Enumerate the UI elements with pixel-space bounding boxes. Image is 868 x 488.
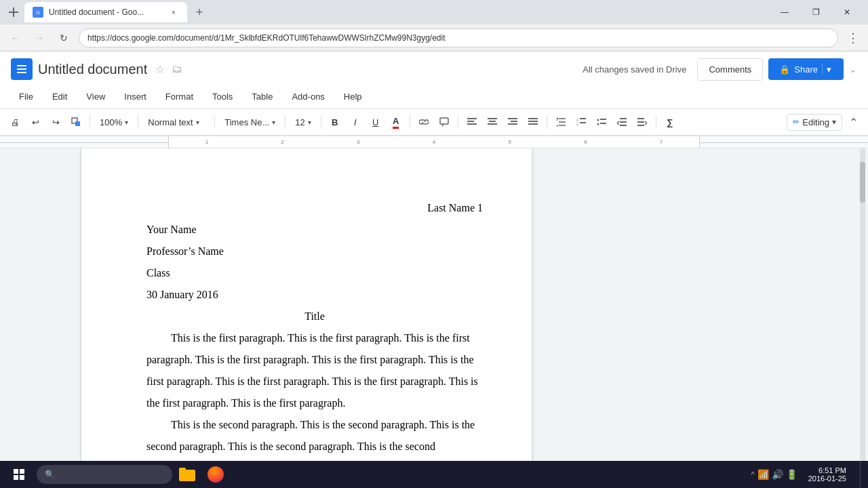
align-left-btn[interactable] xyxy=(462,113,481,131)
mla-date[interactable]: 30 January 2016 xyxy=(146,284,483,306)
comments-btn[interactable]: Comments xyxy=(697,58,763,81)
font-dropdown[interactable]: Times Ne... ▾ xyxy=(219,113,281,131)
menu-format[interactable]: Format xyxy=(157,89,201,104)
svg-rect-28 xyxy=(637,118,644,119)
network-icon[interactable]: 📶 xyxy=(757,469,769,480)
paint-format-btn[interactable] xyxy=(66,113,85,131)
svg-rect-20 xyxy=(580,122,586,123)
gdocs-logo[interactable] xyxy=(11,58,33,80)
folder-btn[interactable]: 🗂 xyxy=(172,63,182,75)
firefox-icon xyxy=(208,466,224,483)
share-lock-icon: 🔒 xyxy=(779,64,790,75)
browser-menu-btn[interactable]: ⋮ xyxy=(844,28,863,47)
taskbar: 🔍 ^ 📶 🔊 🔋 6:51 PM 2016-01-25 xyxy=(0,461,868,488)
print-btn[interactable]: 🖨 xyxy=(5,113,24,131)
text-color-btn[interactable]: A xyxy=(387,113,406,131)
svg-rect-9 xyxy=(489,121,496,122)
comment-btn[interactable] xyxy=(435,113,454,131)
editing-status-dropdown[interactable]: ✏ Editing ▾ xyxy=(787,114,842,131)
zoom-dropdown[interactable]: 100% ▾ xyxy=(94,113,134,131)
numbered-list-btn[interactable]: 1.2. xyxy=(572,113,591,131)
collapse-toolbar-btn[interactable]: ⌃ xyxy=(844,113,863,131)
address-bar[interactable]: https://docs.google.com/document/d/1Mr_S… xyxy=(79,28,838,47)
new-tab-btn[interactable]: + xyxy=(190,3,209,22)
menu-bar: File Edit View Insert Format Tools Table… xyxy=(0,84,868,108)
clock-area[interactable]: 6:51 PM 2016-01-25 xyxy=(808,466,854,483)
expand-icon[interactable]: ⌄ xyxy=(849,64,857,75)
menu-insert[interactable]: Insert xyxy=(116,89,155,104)
menu-table[interactable]: Table xyxy=(243,89,281,104)
menu-view[interactable]: View xyxy=(78,89,113,104)
svg-rect-27 xyxy=(620,125,627,126)
separator-3 xyxy=(214,115,215,129)
align-center-btn[interactable] xyxy=(483,113,502,131)
bulleted-list-btn[interactable] xyxy=(592,113,611,131)
star-btn[interactable]: ☆ xyxy=(155,63,165,76)
sound-icon[interactable]: 🔊 xyxy=(772,469,783,480)
new-tab-area xyxy=(5,4,22,20)
menu-addons[interactable]: Add-ons xyxy=(283,89,332,104)
search-bar[interactable]: 🔍 xyxy=(37,465,172,484)
share-label: Share xyxy=(794,64,818,75)
menu-file[interactable]: File xyxy=(11,89,41,104)
increase-indent-btn[interactable] xyxy=(633,113,652,131)
italic-btn[interactable]: I xyxy=(346,113,365,131)
mla-your-name[interactable]: Your Name xyxy=(146,219,483,241)
professor-name-text: Professor’s Name xyxy=(146,245,224,257)
mla-professor-name[interactable]: Professor’s Name xyxy=(146,241,483,262)
doc-title[interactable]: Title xyxy=(146,306,483,327)
bold-btn[interactable]: B xyxy=(326,113,344,131)
ruler: 1234567 xyxy=(0,136,868,148)
back-btn[interactable]: ← xyxy=(5,28,24,47)
svg-rect-1 xyxy=(9,12,18,13)
font-arrow-icon: ▾ xyxy=(272,119,275,126)
link-btn[interactable] xyxy=(414,113,433,131)
close-btn[interactable]: ✕ xyxy=(831,0,863,24)
mla-class[interactable]: Class xyxy=(146,262,483,284)
battery-icon[interactable]: 🔋 xyxy=(786,469,797,480)
separator-1 xyxy=(90,115,90,129)
style-arrow-icon: ▾ xyxy=(196,119,199,126)
maximize-btn[interactable]: ❐ xyxy=(800,0,831,24)
fontsize-dropdown[interactable]: 12 ▾ xyxy=(290,113,316,131)
svg-point-23 xyxy=(597,123,599,125)
refresh-btn[interactable]: ↻ xyxy=(54,28,73,47)
redo-btn[interactable]: ↪ xyxy=(46,113,65,131)
document-area: Last Name 1 Your Name Professor’s Name C… xyxy=(0,148,868,488)
minimize-btn[interactable]: — xyxy=(769,0,800,24)
start-icon xyxy=(14,469,24,480)
folder-icon xyxy=(179,468,195,481)
tab-bar: G Untitled document - Goo... × + — ❐ ✕ xyxy=(0,0,868,24)
decrease-indent-btn[interactable] xyxy=(612,113,631,131)
svg-rect-4 xyxy=(440,118,448,124)
share-btn[interactable]: 🔒 Share ▾ xyxy=(768,58,844,80)
align-justify-btn[interactable] xyxy=(524,113,542,131)
gdocs-title-bar: Untitled document ☆ 🗂 All changes saved … xyxy=(0,52,868,84)
page[interactable]: Last Name 1 Your Name Professor’s Name C… xyxy=(81,148,532,488)
tab-close-btn[interactable]: × xyxy=(168,7,179,18)
svg-point-21 xyxy=(597,119,599,121)
undo-btn[interactable]: ↩ xyxy=(26,113,45,131)
underline-btn[interactable]: U xyxy=(366,113,385,131)
scrollbar-track[interactable] xyxy=(860,148,865,488)
menu-help[interactable]: Help xyxy=(336,89,370,104)
line-spacing-btn[interactable] xyxy=(551,113,570,131)
toolbar: 🖨 ↩ ↪ 100% ▾ Normal text ▾ Times Ne... ▾ xyxy=(0,108,868,136)
chevron-icon[interactable]: ^ xyxy=(751,470,755,479)
show-desktop-btn[interactable] xyxy=(860,461,865,488)
start-btn[interactable] xyxy=(3,461,35,488)
scrollbar-thumb[interactable] xyxy=(860,162,865,203)
formula-btn[interactable]: ∑ xyxy=(660,113,679,131)
align-right-btn[interactable] xyxy=(503,113,522,131)
menu-edit[interactable]: Edit xyxy=(44,89,75,104)
style-dropdown[interactable]: Normal text ▾ xyxy=(142,113,210,131)
svg-rect-11 xyxy=(508,118,517,119)
forward-btn[interactable]: → xyxy=(30,28,49,47)
window-controls: — ❐ ✕ xyxy=(769,0,863,24)
taskbar-firefox[interactable] xyxy=(202,461,229,488)
doc-title[interactable]: Untitled document xyxy=(38,62,147,77)
paragraph-1[interactable]: This is the first paragraph. This is the… xyxy=(146,327,483,414)
menu-tools[interactable]: Tools xyxy=(204,89,241,104)
active-tab[interactable]: G Untitled document - Goo... × xyxy=(24,2,187,22)
taskbar-file-explorer[interactable] xyxy=(174,461,201,488)
